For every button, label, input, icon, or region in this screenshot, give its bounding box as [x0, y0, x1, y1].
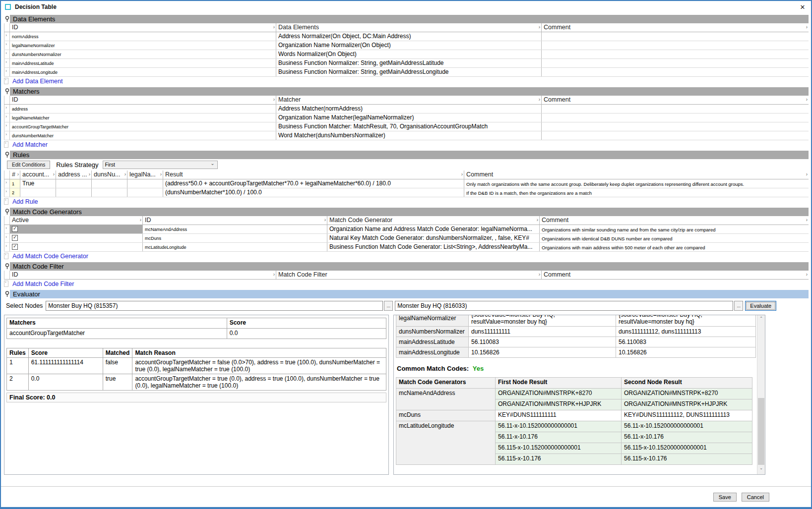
cell-account[interactable]: [20, 188, 56, 197]
row-expander-icon[interactable]: [4, 41, 10, 50]
close-icon[interactable]: [798, 3, 807, 11]
rule-result-row[interactable]: 2 0.0 true accountGroupTargetMatcher = t…: [7, 374, 386, 391]
row-expander-icon[interactable]: [4, 113, 10, 122]
cell-id[interactable]: mcDuns: [143, 234, 327, 242]
active-checkbox[interactable]: [12, 226, 18, 232]
cell-generator[interactable]: Business Function Match Code Generator: …: [327, 243, 540, 251]
table-row[interactable]: normAddress Address Normalizer(On Object…: [4, 32, 809, 41]
normalizer-row[interactable]: mainAddressLatitude 56.110083 56.110083: [396, 337, 756, 347]
browse-second-node-button[interactable]: ...: [734, 301, 743, 311]
cell-id[interactable]: address: [10, 105, 276, 113]
row-expander-icon[interactable]: [4, 32, 10, 41]
col-account[interactable]: account...: [20, 170, 56, 179]
row-expander-icon[interactable]: [4, 122, 10, 131]
browse-first-node-button[interactable]: ...: [384, 301, 393, 311]
row-expander-icon[interactable]: [4, 68, 10, 76]
cell-comment[interactable]: [542, 122, 809, 131]
section-header-matchers[interactable]: Matchers: [10, 87, 809, 96]
cell-value[interactable]: Word Matcher(dunsNumbersNormalizer): [276, 131, 542, 140]
col-comment[interactable]: Comment: [540, 216, 809, 225]
cell-id[interactable]: dunsNumberMatcher: [10, 131, 276, 140]
cell-active[interactable]: [10, 234, 143, 242]
cell-comment[interactable]: [542, 113, 809, 122]
cell-comment[interactable]: [542, 131, 809, 140]
section-header-match-code-filter[interactable]: Match Code Filter: [10, 262, 809, 271]
row-expander-icon[interactable]: [4, 243, 10, 251]
scrollbar-thumb[interactable]: [758, 398, 764, 465]
row-expander-icon[interactable]: [4, 50, 10, 58]
col-address[interactable]: address ...: [56, 170, 92, 179]
save-button[interactable]: Save: [713, 493, 737, 502]
add-rule-link[interactable]: Add Rule: [12, 198, 38, 205]
col-comment[interactable]: Comment: [464, 170, 809, 179]
cell-active-selected[interactable]: [10, 225, 143, 233]
cell-generator[interactable]: Natural Key Match Code Generator: dunsNu…: [327, 234, 540, 242]
cell-legal[interactable]: [127, 179, 163, 188]
add-matcher-link[interactable]: Add Matcher: [12, 141, 48, 148]
cell-value[interactable]: Address Normalizer(On Object, DC:Main Ad…: [276, 32, 542, 41]
cell-comment[interactable]: [542, 68, 809, 76]
col-comment[interactable]: Comment: [542, 271, 809, 279]
cell-id[interactable]: legalNameNormalizer: [10, 41, 276, 50]
cell-comment[interactable]: [542, 59, 809, 67]
section-header-match-code-generators[interactable]: Match Code Generators: [10, 208, 809, 216]
table-row[interactable]: dunsNumbersNormalizer Words Normalizer(O…: [4, 50, 809, 59]
cell-comment[interactable]: [542, 105, 809, 113]
cell-value[interactable]: Organization Name Normalizer(On Object): [276, 41, 542, 50]
cell-address[interactable]: [56, 188, 92, 197]
cell-duns[interactable]: [92, 179, 127, 188]
pin-icon[interactable]: [4, 290, 10, 298]
cell-id[interactable]: dunsNumbersNormalizer: [10, 50, 276, 58]
edit-conditions-button[interactable]: Edit Conditions: [7, 161, 50, 169]
cell-comment[interactable]: Organizations with identical D&B DUNS nu…: [540, 234, 809, 242]
add-match-code-filter-link[interactable]: Add Match Code Filter: [12, 281, 74, 287]
rule-row[interactable]: 2 (dunsNumberMatcher*100.0) / 100.0 If t…: [4, 188, 809, 197]
first-node-input[interactable]: [46, 301, 383, 311]
row-expander-icon[interactable]: [4, 179, 10, 188]
second-node-input[interactable]: [395, 301, 733, 311]
cancel-button[interactable]: Cancel: [742, 493, 769, 502]
cell-comment[interactable]: Organizations with similar sounding name…: [540, 225, 809, 233]
cell-comment[interactable]: If the D&B ID is a match, then the organ…: [464, 188, 809, 197]
col-duns[interactable]: dunsNu...: [92, 170, 127, 179]
vertical-scrollbar[interactable]: [757, 315, 765, 474]
cell-value[interactable]: Organization Name Matcher(legalNameNorma…: [276, 113, 542, 122]
table-row[interactable]: address Address Matcher(normAddress): [4, 105, 809, 113]
scroll-down-icon[interactable]: [757, 467, 765, 474]
cell-id[interactable]: normAddress: [10, 32, 276, 41]
cell-id[interactable]: accountGroupTargetMatcher: [10, 122, 276, 131]
cell-account[interactable]: True: [20, 179, 56, 188]
cell-result[interactable]: (dunsNumberMatcher*100.0) / 100.0: [163, 188, 464, 197]
row-expander-icon[interactable]: [4, 188, 10, 197]
col-legal[interactable]: legalNa...: [127, 170, 163, 179]
col-id[interactable]: ID: [143, 216, 327, 225]
row-expander-icon[interactable]: [4, 234, 10, 242]
cell-id[interactable]: mcLatitudeLongitude: [143, 243, 327, 251]
pin-icon[interactable]: [4, 208, 10, 216]
row-expander-icon[interactable]: [4, 59, 10, 67]
cell-duns[interactable]: [92, 188, 127, 197]
col-id[interactable]: ID: [10, 96, 276, 104]
add-match-code-generator-link[interactable]: Add Match Code Generator: [12, 253, 88, 260]
table-row[interactable]: legalNameNormalizer Organization Name No…: [4, 41, 809, 50]
table-row[interactable]: dunsNumberMatcher Word Matcher(dunsNumbe…: [4, 131, 809, 140]
scroll-up-icon[interactable]: [757, 315, 765, 323]
section-header-data-elements[interactable]: Data Elements: [10, 15, 809, 23]
cell-id[interactable]: legalNameMatcher: [10, 113, 276, 122]
cell-comment[interactable]: Organizations with main address within 5…: [540, 243, 809, 251]
pin-icon[interactable]: [4, 87, 10, 96]
active-checkbox[interactable]: [12, 235, 18, 241]
col-id[interactable]: ID: [10, 271, 276, 279]
col-num[interactable]: #: [10, 170, 20, 179]
cell-active[interactable]: [10, 243, 143, 251]
cell-comment[interactable]: [542, 32, 809, 41]
pin-icon[interactable]: [4, 151, 10, 159]
section-header-evaluator[interactable]: Evaluator: [10, 290, 809, 298]
col-filter[interactable]: Match Code Filter: [276, 271, 542, 279]
cell-value[interactable]: Address Matcher(normAddress): [276, 105, 542, 113]
active-checkbox[interactable]: [12, 244, 18, 250]
normalizer-row[interactable]: mainAddressLongitude 10.156826 10.156826: [396, 347, 756, 358]
col-comment[interactable]: Comment: [542, 96, 809, 104]
table-row[interactable]: legalNameMatcher Organization Name Match…: [4, 113, 809, 122]
table-row[interactable]: accountGroupTargetMatcher Business Funct…: [4, 122, 809, 131]
